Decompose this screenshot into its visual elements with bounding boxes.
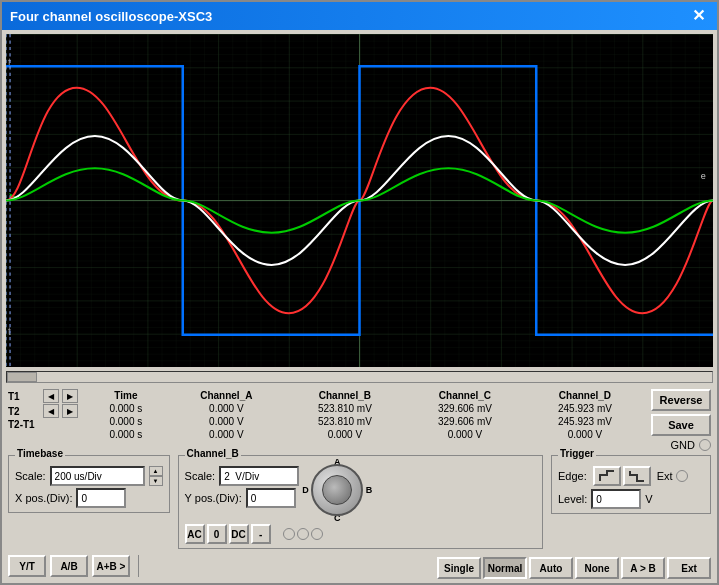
t2-next-button[interactable]: ▶ [62,404,78,418]
dc-radio[interactable] [297,528,309,540]
t2t1-data-row: 0.000 s 0.000 V 0.000 V 0.000 V 0.000 V [84,428,645,441]
timebase-scale-label: Scale: [15,470,46,482]
xpos-label: X pos.(Div): [15,492,72,504]
dc-button[interactable]: DC [229,524,249,544]
separator [138,555,139,577]
channel-b-label: Channel_B [185,448,241,459]
title-bar: Four channel oscilloscope-XSC3 ✕ [2,2,717,30]
level-row: Level: V [558,489,704,509]
t2-time: 0.000 s [84,415,168,428]
t1-chD: 245.923 mV [525,402,645,415]
timebase-section: Timebase Scale: ▲ ▼ X pos.(Div): [8,455,170,513]
controls-area: T1 ◀ ▶ T2 ◀ ▶ T2-T1 Time [2,385,717,583]
t2t1-chD: 0.000 V [525,428,645,441]
a-b-button[interactable]: A > B [621,557,665,579]
edge-label: Edge: [558,470,587,482]
gnd-radio[interactable] [699,439,711,451]
horizontal-scrollbar[interactable] [6,371,713,383]
yt-button[interactable]: Y/T [8,555,46,577]
col-chB: Channel_B [285,389,405,402]
run-buttons: Single Normal Auto None A > B Ext [437,557,711,579]
t2t1-time: 0.000 s [84,428,168,441]
knob-outer[interactable] [311,464,363,516]
trigger-label: Trigger [558,448,596,459]
ac-dc-buttons: AC 0 DC - [185,524,536,544]
t2-chC: 329.606 mV [405,415,525,428]
t1-prev-button[interactable]: ◀ [43,389,59,403]
t2-prev-button[interactable]: ◀ [43,404,59,418]
timebase-scale-input[interactable] [50,466,145,486]
knob-label-b: B [366,485,373,495]
edge-buttons [593,466,651,486]
ext-button[interactable]: Ext [667,557,711,579]
auto-button[interactable]: Auto [529,557,573,579]
svg-text:e: e [701,171,706,181]
ext-radio-row: Ext [657,470,688,482]
t1-next-button[interactable]: ▶ [62,389,78,403]
normal-button[interactable]: Normal [483,557,527,579]
t2-data-row: 0.000 s 0.000 V 523.810 mV 329.606 mV 24… [84,415,645,428]
rising-edge-button[interactable] [593,466,621,486]
apb-button[interactable]: A+B > [92,555,130,577]
gnd-row: GND [671,439,711,451]
level-label: Level: [558,493,587,505]
t2-chD: 245.923 mV [525,415,645,428]
oscilloscope-screen: ➤ t t e [6,34,713,367]
channel-b-section: Channel_B Scale: Y pos.(Div): [178,455,543,549]
ypos-input[interactable] [246,488,296,508]
channel-b-scale-input[interactable] [219,466,299,486]
col-chC: Channel_C [405,389,525,402]
ext-label: Ext [657,470,673,482]
timebase-label: Timebase [15,448,65,459]
level-input[interactable] [591,489,641,509]
knob-inner [322,475,352,505]
t1-label: T1 [8,391,40,402]
controls-row1: T1 ◀ ▶ T2 ◀ ▶ T2-T1 Time [8,389,711,451]
t2t1-row: T2-T1 [8,419,78,430]
zero-button[interactable]: 0 [207,524,227,544]
timebase-scale-row: Scale: ▲ ▼ [15,466,163,486]
knob-label-d: D [302,485,309,495]
t1-chB: 523.810 mV [285,402,405,415]
controls-row2: Timebase Scale: ▲ ▼ X pos.(Div): Channel… [8,455,711,549]
single-button[interactable]: Single [437,557,481,579]
xpos-input[interactable] [76,488,126,508]
close-button[interactable]: ✕ [688,8,709,24]
t2t1-chC: 0.000 V [405,428,525,441]
t1-time: 0.000 s [84,402,168,415]
timing-panel: T1 ◀ ▶ T2 ◀ ▶ T2-T1 [8,389,78,430]
col-chA: Channel_A [168,389,285,402]
falling-edge-button[interactable] [623,466,651,486]
channel-b-ypos-row: Y pos.(Div): [185,488,300,508]
t2-chB: 523.810 mV [285,415,405,428]
timebase-spin-down[interactable]: ▼ [149,476,163,486]
t2t1-label: T2-T1 [8,419,40,430]
ac-button[interactable]: AC [185,524,205,544]
gnd-label: GND [671,439,695,451]
waveform-display: ➤ t t e [6,34,713,367]
t2-chA: 0.000 V [168,415,285,428]
ac-radio[interactable] [283,528,295,540]
scrollbar-thumb[interactable] [7,372,37,382]
t1-data-row: 0.000 s 0.000 V 523.810 mV 329.606 mV 24… [84,402,645,415]
t2-row: T2 ◀ ▶ [8,404,78,418]
window-title: Four channel oscilloscope-XSC3 [10,9,212,24]
timebase-spin-up[interactable]: ▲ [149,466,163,476]
reverse-button[interactable]: Reverse [651,389,711,411]
ab-button[interactable]: A/B [50,555,88,577]
right-buttons: Reverse Save GND [651,389,711,451]
channel-b-scale-label: Scale: [185,470,216,482]
off-radio[interactable] [311,528,323,540]
t1-chA: 0.000 V [168,402,285,415]
channel-b-knob[interactable]: A B C D [307,460,367,520]
ext-radio[interactable] [676,470,688,482]
timebase-xpos-row: X pos.(Div): [15,488,163,508]
none-button[interactable]: None [575,557,619,579]
col-time: Time [84,389,168,402]
save-button[interactable]: Save [651,414,711,436]
t2t1-chA: 0.000 V [168,428,285,441]
trigger-section: Trigger Edge: [551,455,711,514]
t1-chC: 329.606 mV [405,402,525,415]
t1-row: T1 ◀ ▶ [8,389,78,403]
minus-button[interactable]: - [251,524,271,544]
